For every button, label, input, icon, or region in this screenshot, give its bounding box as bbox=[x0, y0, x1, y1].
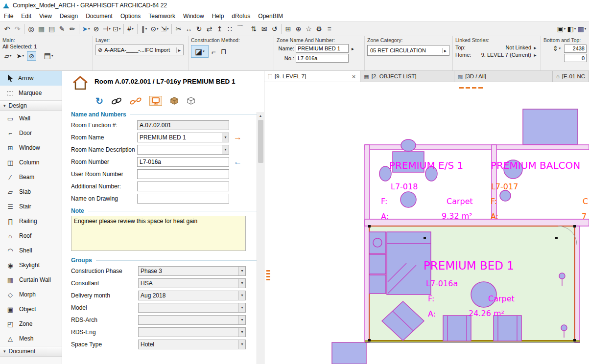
tool-mesh[interactable]: △Mesh bbox=[0, 331, 62, 346]
tab-3d-all[interactable]: ▧ [3D / All] bbox=[454, 71, 553, 82]
teamwork-send-icon[interactable]: ⇅ bbox=[249, 23, 259, 34]
teamwork-receive-icon[interactable]: ✉ bbox=[259, 23, 269, 34]
scrollbar-thumb[interactable] bbox=[258, 120, 263, 163]
zone-name-more-button[interactable]: ▸ bbox=[350, 46, 355, 52]
scroll-up-icon[interactable]: ▴ bbox=[257, 112, 264, 118]
note-textarea[interactable]: Engineer please review this space for he… bbox=[71, 216, 246, 251]
tool-zone[interactable]: ◰Zone bbox=[0, 317, 62, 331]
rds-eng-select[interactable]: ▾ bbox=[138, 327, 246, 337]
quick-options-icon[interactable]: ▣▾ bbox=[556, 23, 566, 34]
push-to-drofus-arrow[interactable]: → bbox=[234, 133, 242, 141]
panel-scrollbar[interactable]: ▴ bbox=[257, 112, 264, 364]
drofus-sync-icon[interactable]: ↻ bbox=[95, 95, 103, 107]
top-offset-input[interactable] bbox=[564, 45, 587, 53]
suspend-groups-button[interactable]: ⊘ bbox=[27, 51, 36, 61]
pull-from-drofus-arrow[interactable]: ← bbox=[234, 158, 242, 166]
fit-in-window-icon[interactable]: ⊞ bbox=[283, 23, 293, 34]
layers-icon[interactable]: ≡ bbox=[324, 23, 334, 34]
gravity-icon[interactable]: ⇲▾ bbox=[160, 23, 170, 34]
tool-marquee[interactable]: Marquee bbox=[0, 86, 62, 100]
tool-skylight[interactable]: ◉Skylight bbox=[0, 258, 62, 273]
plan-canvas[interactable]: PREMIUM E/S 1 PREMIUM BALCON L7-018 F: C… bbox=[264, 82, 589, 364]
tool-roof[interactable]: ⌂Roof bbox=[0, 228, 62, 243]
mirror-icon[interactable]: ⇄ bbox=[204, 23, 214, 34]
toolbox-document-header[interactable]: ▾ Document bbox=[0, 346, 62, 357]
zoom-icon[interactable]: ⊕ bbox=[293, 23, 304, 34]
tool-morph[interactable]: ◇Morph bbox=[0, 287, 62, 302]
menu-design[interactable]: Design bbox=[56, 11, 82, 21]
room-name-select[interactable]: PREMIUM BED 1 ▾ bbox=[137, 133, 229, 142]
tool-curtain-wall[interactable]: ▦Curtain Wall bbox=[0, 273, 62, 287]
favorites-icon[interactable]: ☆ bbox=[304, 23, 314, 34]
outline-cube-icon[interactable] bbox=[187, 96, 195, 105]
guide-lines-icon[interactable]: ∥▾ bbox=[139, 23, 149, 34]
settings-icon[interactable]: ⚙ bbox=[314, 23, 324, 34]
tool-slab[interactable]: ▱Slab bbox=[0, 184, 62, 199]
link-icon[interactable] bbox=[111, 97, 122, 105]
tool-door[interactable]: ⌐Door bbox=[0, 126, 62, 140]
tool-stair[interactable]: ☰Stair bbox=[0, 199, 62, 214]
construction-method-outer-button[interactable]: ⊓ bbox=[219, 46, 229, 57]
layer-selector[interactable]: ⊘ A-AREA-____-...IFC Import ▸ bbox=[95, 45, 184, 55]
saved-views-icon[interactable]: ▤ bbox=[47, 23, 57, 34]
rds-arch-select[interactable]: ▾ bbox=[138, 315, 246, 325]
inject-parameters-icon[interactable]: ✏ bbox=[67, 23, 77, 34]
tool-railing[interactable]: ∏Railing bbox=[0, 214, 62, 228]
snap-grid-icon[interactable]: #▾ bbox=[125, 23, 136, 34]
fillet-icon[interactable]: ⌒ bbox=[235, 23, 245, 34]
selection-mode-button[interactable]: ➤▾ bbox=[15, 51, 26, 61]
tool-window[interactable]: ⊞Window bbox=[0, 140, 62, 155]
tab-elevation[interactable]: ⌂ [E-01 NC bbox=[553, 71, 589, 82]
adjust-icon[interactable]: ⊡▾ bbox=[112, 23, 122, 34]
room-name-desc-select[interactable]: ▾ bbox=[137, 145, 229, 155]
arrow-tool-icon[interactable]: ➤▾ bbox=[81, 23, 91, 34]
model-select[interactable]: ▾ bbox=[138, 303, 246, 313]
3d-view-icon[interactable]: ◧▾ bbox=[566, 23, 577, 34]
tool-column[interactable]: ◫Column bbox=[0, 155, 62, 170]
tool-shell[interactable]: ◠Shell bbox=[0, 243, 62, 258]
pick-up-parameters-icon[interactable]: ✎ bbox=[57, 23, 67, 34]
home-story-selector[interactable]: 9. LEVEL 7 (Current)▸ bbox=[481, 52, 538, 58]
stretch-icon[interactable]: ↔ bbox=[184, 23, 194, 34]
menu-document[interactable]: Document bbox=[82, 11, 117, 21]
construction-method-inner-button[interactable]: ⌐ bbox=[210, 46, 218, 57]
menu-view[interactable]: View bbox=[35, 11, 56, 21]
tool-beam[interactable]: ∕Beam bbox=[0, 170, 62, 184]
name-on-drawing-input[interactable] bbox=[137, 194, 229, 204]
elevate-icon[interactable]: ↥ bbox=[214, 23, 225, 34]
rotate-icon[interactable]: ↻ bbox=[194, 23, 204, 34]
split-icon[interactable]: ⊣▾ bbox=[101, 23, 112, 34]
bottom-offset-input[interactable] bbox=[564, 54, 587, 62]
room-number-input[interactable] bbox=[137, 157, 229, 167]
menu-file[interactable]: File bbox=[0, 11, 17, 21]
find-select-icon[interactable]: ◎ bbox=[26, 23, 36, 34]
tool-arrow[interactable]: Arrow bbox=[0, 71, 62, 86]
room-function-input[interactable] bbox=[137, 120, 229, 130]
selection-sets-icon[interactable]: ▦ bbox=[36, 23, 47, 34]
zone-category-selector[interactable]: 05 RET CIRCULATION ▸ bbox=[367, 45, 449, 56]
tool-wall[interactable]: ▭Wall bbox=[0, 111, 62, 126]
zone-number-input[interactable] bbox=[296, 54, 349, 63]
menu-help[interactable]: Help bbox=[208, 11, 228, 21]
user-room-number-input[interactable] bbox=[137, 169, 229, 179]
menu-edit[interactable]: Edit bbox=[17, 11, 35, 21]
menu-drofus[interactable]: dRofus bbox=[228, 11, 254, 21]
construction-phase-select[interactable]: Phase 3▾ bbox=[138, 266, 246, 276]
tab-object-list[interactable]: ▦ [2. OBJECT LIST] bbox=[360, 71, 454, 82]
bottom-top-mode-button[interactable]: ⇕▾ bbox=[551, 44, 563, 53]
filled-cube-icon[interactable] bbox=[170, 96, 179, 105]
menu-options[interactable]: Options bbox=[117, 11, 144, 21]
refresh-icon[interactable]: ↺ bbox=[269, 23, 280, 34]
consultant-select[interactable]: HSA▾ bbox=[138, 278, 246, 288]
menu-teamwork[interactable]: Teamwork bbox=[144, 11, 179, 21]
favorites-folder-button[interactable]: ▤▾ bbox=[42, 50, 55, 61]
delivery-month-select[interactable]: Aug 2018▾ bbox=[138, 291, 246, 300]
broken-link-icon[interactable] bbox=[130, 97, 141, 105]
zone-name-input[interactable] bbox=[296, 44, 349, 53]
undo-icon[interactable]: ↶ bbox=[2, 23, 12, 34]
construction-method-selected-button[interactable]: ◪▾ bbox=[191, 45, 209, 58]
zone-settings-button[interactable]: ▱▾ bbox=[2, 51, 14, 61]
tool-object[interactable]: ▣Object bbox=[0, 302, 62, 317]
toolbox-design-header[interactable]: ▾ Design bbox=[0, 100, 62, 111]
additional-number-input[interactable] bbox=[137, 182, 229, 191]
